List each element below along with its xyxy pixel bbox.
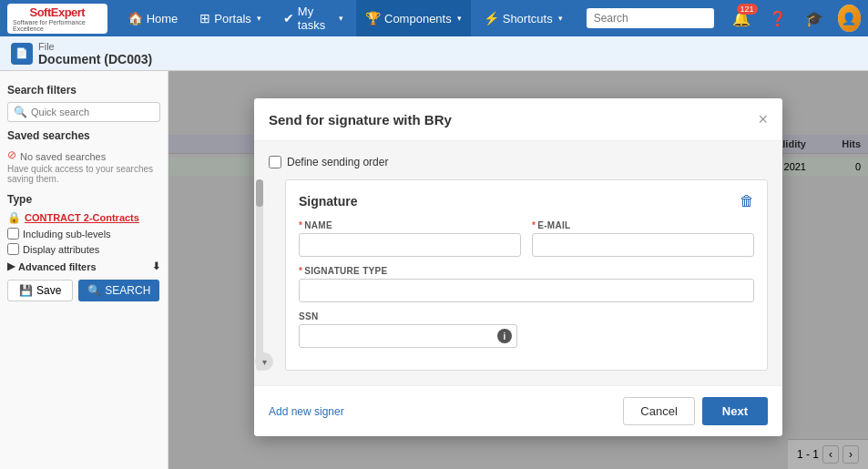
components-icon: 🏆 [365,11,381,25]
cancel-button[interactable]: Cancel [623,397,694,425]
saved-searches-title: Saved searches [7,129,160,142]
ssn-input[interactable] [299,324,517,348]
search-button[interactable]: 🔍 SEARCH [78,280,159,301]
advanced-filters-icon: ⬇ [152,260,160,272]
advance-expand-icon: ▶ [7,260,15,272]
graduation-btn[interactable]: 🎓 [798,0,831,36]
modal-action-buttons: Cancel Next [623,397,768,425]
save-button[interactable]: 💾 Save [7,280,73,301]
nav-portals[interactable]: ⊞ Portals ▾ [190,0,270,36]
nav-shortcuts[interactable]: ⚡ Shortcuts ▾ [475,0,572,36]
no-saved-searches-text: No saved searches [20,151,106,162]
modal-header: Send for signature with BRy × [254,98,782,141]
search-icon: 🔍 [14,106,27,118]
including-sub-levels-checkbox[interactable] [7,228,19,240]
modal-close-btn[interactable]: × [758,111,768,127]
scroll-track [256,179,263,371]
modal-title: Send for signature with BRy [269,112,452,127]
signature-card-title: Signature [299,194,358,209]
define-order-checkbox[interactable] [269,156,281,168]
send-signature-modal: Send for signature with BRy × Define sen… [254,98,782,436]
define-order-row: Define sending order [269,156,768,168]
nav-home-label: Home [147,12,179,25]
type-title: Type [7,193,160,206]
search-filters-title: Search filters [7,84,160,97]
advanced-filters-label: Advanced filters [18,261,97,272]
sidebar: Search filters 🔍 Saved searches ⊘ No sav… [0,71,168,469]
components-chevron-icon: ▾ [457,14,462,23]
ssn-row: SSN i [299,311,754,348]
signature-type-label: *SIGNATURE TYPE [299,266,754,276]
define-order-label: Define sending order [287,156,388,168]
document-icon: 📄 [11,43,33,65]
mytasks-icon: ✔ [283,11,294,25]
nav-portals-label: Portals [214,12,250,25]
main-layout: Search filters 🔍 Saved searches ⊘ No sav… [0,71,868,469]
app-logo: SoftExpert Software for Performance Exce… [7,4,107,34]
scroll-container: ▾ Signature 🗑 *NAME [269,179,768,371]
ssn-input-wrap: i [299,324,517,348]
nav-components-label: Components [384,12,452,25]
display-attributes-item[interactable]: Display attributes [7,243,160,255]
email-input[interactable] [532,233,754,257]
notification-badge: 121 [737,4,758,15]
subheader: 📄 File Document (DC003) [0,36,868,71]
quick-search-input[interactable] [31,107,154,117]
signature-type-input[interactable] [299,279,754,302]
content-area: Validity Hits 2021 0 1 - 1 ‹ › Send for … [168,71,868,469]
nav-home[interactable]: 🏠 Home [118,0,188,36]
nav-components[interactable]: 🏆 Components ▾ [356,0,471,36]
home-icon: 🏠 [128,11,143,25]
including-sub-levels-label: Including sub-levels [23,229,111,240]
delete-signer-btn[interactable]: 🗑 [740,193,754,209]
no-saved-searches-icon: ⊘ [7,148,16,161]
portals-chevron-icon: ▾ [257,14,261,23]
name-label: *NAME [299,220,521,230]
nav-search-input[interactable] [587,8,714,28]
modal-body: Define sending order ▾ Signature 🗑 [254,141,782,385]
type-item: 🔒 CONTRACT 2-Contracts [7,211,160,224]
nav-mytasks-label: My tasks [298,5,333,32]
signature-card: Signature 🗑 *NAME [285,179,768,371]
advanced-filters-toggle[interactable]: ▶ Advanced filters ⬇ [7,260,160,272]
ssn-info-btn[interactable]: i [497,329,512,343]
display-attributes-checkbox[interactable] [7,243,19,255]
shortcuts-icon: ⚡ [484,11,499,25]
signature-card-header: Signature 🗑 [299,193,754,209]
quick-search-box[interactable]: 🔍 [7,102,160,122]
display-attributes-label: Display attributes [23,244,99,255]
modal-overlay: Send for signature with BRy × Define sen… [168,71,868,469]
subheader-title: Document (DC003) [38,52,152,66]
contract-link[interactable]: CONTRACT 2-Contracts [25,212,139,223]
including-sub-levels-item[interactable]: Including sub-levels [7,228,160,240]
name-email-row: *NAME *E-MAIL [299,220,754,257]
lock-icon: 🔒 [7,211,21,224]
nav-mytasks[interactable]: ✔ My tasks ▾ [274,0,352,36]
sidebar-actions: 💾 Save 🔍 SEARCH [7,280,160,301]
nav-shortcuts-label: Shortcuts [503,12,553,25]
signature-type-row: *SIGNATURE TYPE [299,266,754,302]
signature-type-group: *SIGNATURE TYPE [299,266,754,302]
search-nav-btn[interactable] [579,0,721,36]
scroll-thumb[interactable] [256,179,263,207]
name-group: *NAME [299,220,521,257]
notification-btn[interactable]: 🔔 121 [725,0,758,36]
user-avatar[interactable]: 👤 [838,5,861,32]
top-navigation: SoftExpert Software for Performance Exce… [0,0,868,36]
mytasks-chevron-icon: ▾ [339,14,343,23]
next-button[interactable]: Next [702,397,768,425]
logo-bottom-text: Software for Performance Excellence [13,19,102,32]
portals-icon: ⊞ [199,11,210,25]
modal-footer: Add new signer Cancel Next [254,385,782,436]
email-group: *E-MAIL [532,220,754,257]
logo-top-text: SoftExpert [29,5,85,19]
help-btn[interactable]: ❓ [761,0,794,36]
scroll-down-arrow[interactable]: ▾ [255,352,273,371]
add-signer-btn[interactable]: Add new signer [269,405,344,418]
subheader-tag: File [38,41,152,52]
ssn-group: SSN i [299,311,517,348]
shortcuts-chevron-icon: ▾ [558,14,563,23]
search-btn-icon: 🔍 [87,284,101,297]
ssn-label: SSN [299,311,517,321]
name-input[interactable] [299,233,521,257]
